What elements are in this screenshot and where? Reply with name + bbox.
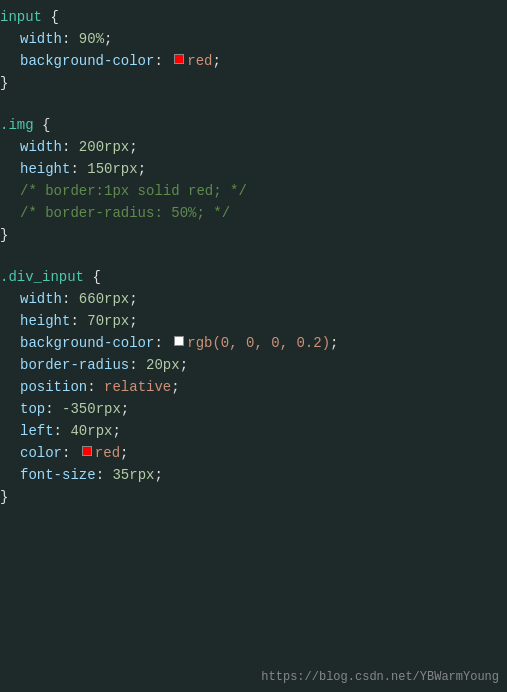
value-border-radius: 20px [146,357,180,373]
value-color: red [95,445,120,461]
brace-close-2: } [0,227,8,243]
property-img-height: height [20,161,70,177]
line-7: height: 150rpx; [0,160,507,182]
line-5: .img { [0,116,507,138]
property-div-bg: background-color [20,335,154,351]
comment-border: /* border:1px solid red; */ [20,183,247,199]
value-top: -350rpx [62,401,121,417]
value-div-bg: rgb(0, 0, 0, 0.2) [187,335,330,351]
property-div-height: height [20,313,70,329]
comment-border-radius: /* border-radius: 50%; */ [20,205,230,221]
line-2: width: 90%; [0,30,507,52]
brace-close-3: } [0,489,8,505]
property-font-size: font-size [20,467,96,483]
line-19: color: red; [0,444,507,466]
empty-3 [0,248,507,258]
empty-2 [0,106,507,116]
property-border-radius: border-radius [20,357,129,373]
line-13: height: 70rpx; [0,312,507,334]
line-1: input { [0,8,507,30]
code-editor: input { width: 90%; background-color: re… [0,0,507,692]
brace-close-1: } [0,75,8,91]
line-12: width: 660rpx; [0,290,507,312]
value-bg-color: red [187,53,212,69]
property-top: top [20,401,45,417]
property-width: width [20,31,62,47]
empty-4 [0,258,507,268]
property-left: left [20,423,54,439]
value-font-size: 35rpx [112,467,154,483]
line-9: /* border-radius: 50%; */ [0,204,507,226]
property-bg-color: background-color [20,53,154,69]
line-16: position: relative; [0,378,507,400]
empty-1 [0,96,507,106]
line-3: background-color: red; [0,52,507,74]
line-4: } [0,74,507,96]
line-15: border-radius: 20px; [0,356,507,378]
value-img-width: 200rpx [79,139,129,155]
value-div-width: 660rpx [79,291,129,307]
property-color: color [20,445,62,461]
value-div-height: 70rpx [87,313,129,329]
property-img-width: width [20,139,62,155]
line-10: } [0,226,507,248]
value-img-height: 150rpx [87,161,137,177]
color-swatch-red-2 [82,446,92,456]
line-11: .div_input { [0,268,507,290]
line-20: font-size: 35rpx; [0,466,507,488]
value-position: relative [104,379,171,395]
line-6: width: 200rpx; [0,138,507,160]
value-width: 90% [79,31,104,47]
line-8: /* border:1px solid red; */ [0,182,507,204]
color-swatch-red [174,54,184,64]
selector-div-input: .div_input { [0,269,101,285]
property-position: position [20,379,87,395]
line-17: top: -350rpx; [0,400,507,422]
watermark: https://blog.csdn.net/YBWarmYoung [261,670,499,684]
selector-input: input { [0,9,59,25]
selector-img: .img { [0,117,50,133]
value-left: 40rpx [70,423,112,439]
color-swatch-white [174,336,184,346]
line-18: left: 40rpx; [0,422,507,444]
property-div-width: width [20,291,62,307]
line-21: } [0,488,507,510]
line-14: background-color: rgb(0, 0, 0, 0.2); [0,334,507,356]
